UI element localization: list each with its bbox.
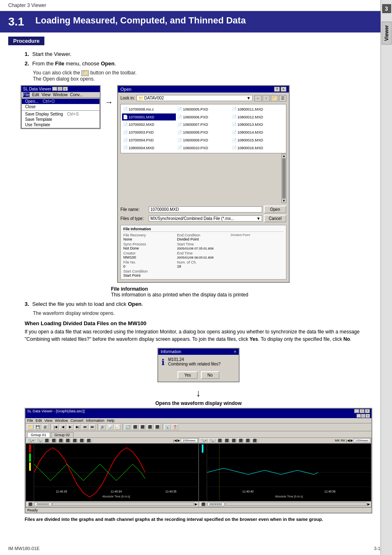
- wf-left-btn6[interactable]: ⬛: [78, 438, 85, 443]
- wf-menu-view[interactable]: View: [44, 419, 52, 423]
- tb-btn-9[interactable]: ⏭: [89, 424, 96, 430]
- new-folder-btn[interactable]: 📁: [271, 95, 278, 102]
- tb-btn-10[interactable]: 🔊: [99, 424, 106, 430]
- wf-left-btn1[interactable]: ⬛: [44, 438, 50, 443]
- menu-file[interactable]: File: [23, 92, 30, 97]
- tb-btn-12[interactable]: 📈: [114, 424, 121, 430]
- wf-right-btn3[interactable]: ⬛: [231, 438, 237, 443]
- filename-input[interactable]: 10700000.MXD: [149, 206, 262, 213]
- dialog-cancel-button[interactable]: Cancel: [264, 215, 286, 222]
- wf-right-btn5[interactable]: ⬛: [244, 438, 251, 443]
- info-no-button[interactable]: No: [201, 371, 219, 379]
- wf-inner-min[interactable]: _: [357, 414, 361, 418]
- dialog-close-btn[interactable]: ×: [281, 87, 286, 92]
- tb-btn-18[interactable]: 📡: [164, 424, 171, 430]
- view-btn[interactable]: ☰: [279, 95, 286, 102]
- wf-tab-group2[interactable]: Group 02: [51, 432, 74, 437]
- wf-menu-information[interactable]: Information: [86, 419, 104, 423]
- dialog-help-btn[interactable]: ?: [274, 87, 280, 92]
- wf-left-scroll[interactable]: [52, 502, 194, 506]
- file-item-11[interactable]: 📄10600008.PXD: [176, 129, 230, 136]
- tb-btn-4[interactable]: |◀: [52, 424, 59, 430]
- file-item-8[interactable]: 📄10600007.PXD: [176, 121, 230, 128]
- menu-view[interactable]: View: [42, 92, 51, 97]
- menu-edit[interactable]: Edit: [32, 92, 39, 97]
- wf-left-nav-1[interactable]: ⬛: [27, 502, 34, 506]
- menu-item-use-template[interactable]: Use Template: [22, 122, 99, 127]
- wf-left-btn5[interactable]: ⬛: [71, 438, 78, 443]
- wf-inner-max[interactable]: □: [361, 414, 365, 418]
- menu-conv[interactable]: Conv...: [70, 92, 83, 97]
- file-item-4-selected[interactable]: 📄10700001.MXD: [122, 113, 176, 121]
- wf-inner-close[interactable]: ×: [366, 414, 370, 418]
- dv-close-btn[interactable]: ×: [63, 87, 68, 91]
- wf-right-btn4[interactable]: ⬛: [238, 438, 244, 443]
- wf-min-btn[interactable]: _: [354, 409, 359, 413]
- wf-right-scroll[interactable]: [225, 502, 367, 506]
- wf-left-btn3[interactable]: ⬛: [58, 438, 64, 443]
- menu-item-close[interactable]: Close: [22, 104, 99, 109]
- info-yes-button[interactable]: Yes: [178, 371, 197, 379]
- file-item-14[interactable]: 📄10600009.PXD: [176, 136, 230, 144]
- file-item-10[interactable]: 📄10700003.PXD: [122, 129, 176, 136]
- menu-item-save-template[interactable]: Save Template: [22, 117, 99, 122]
- info-dialog-close-icon[interactable]: ×: [234, 349, 236, 354]
- wf-right-next[interactable]: ▶: [367, 502, 370, 506]
- tb-btn-17[interactable]: ⬛: [154, 424, 161, 430]
- wf-tab-group1[interactable]: Group 01: [27, 432, 50, 437]
- wf-right-btn6[interactable]: ⬛: [251, 438, 258, 443]
- tb-btn-19[interactable]: ❓: [172, 424, 178, 430]
- file-item-13[interactable]: 📄10700004.PXD: [122, 136, 176, 144]
- tb-btn-14[interactable]: ⬛: [132, 424, 138, 430]
- wf-menu-edit[interactable]: Edit: [36, 419, 42, 423]
- look-in-combo[interactable]: 📁 DATAV002 ▼: [136, 95, 253, 101]
- wf-left-btn2[interactable]: ⬛: [51, 438, 57, 443]
- wf-right-nav-1[interactable]: ⬛: [200, 502, 207, 506]
- wf-left-zoom-in[interactable]: 🔍+: [27, 438, 35, 443]
- tb-btn-2[interactable]: 💾: [35, 424, 41, 430]
- tb-btn-13[interactable]: 🔄: [125, 424, 131, 430]
- wf-right-btn1[interactable]: ⬛: [217, 438, 223, 443]
- dv-maximize-btn[interactable]: □: [58, 87, 62, 91]
- file-item-15[interactable]: 📄10800015.MXD: [231, 136, 285, 144]
- tb-btn-11[interactable]: 📊: [107, 424, 113, 430]
- tb-btn-7[interactable]: ▶|: [74, 424, 81, 430]
- file-item-18[interactable]: 📄10800016.MXD: [231, 144, 285, 152]
- wf-max-btn[interactable]: □: [360, 409, 364, 413]
- file-item-1[interactable]: 📄10700008.mx.c: [122, 106, 176, 113]
- tb-btn-8[interactable]: ⏮: [82, 424, 88, 430]
- wf-menu-help[interactable]: Help: [107, 419, 115, 423]
- file-item-6[interactable]: 📄10800012.MXD: [231, 113, 285, 121]
- menu-item-save-display[interactable]: Save Display SettingCtrl+S: [22, 111, 99, 117]
- wf-menu-convert[interactable]: Convert: [70, 419, 83, 423]
- wf-left-next[interactable]: ▶: [195, 502, 197, 506]
- file-item-3[interactable]: 📄10800011.MXD: [231, 106, 285, 113]
- menu-item-open[interactable]: Open...Ctrl+O: [22, 99, 99, 104]
- wf-right-zoom-in[interactable]: 🔍+: [200, 438, 208, 443]
- file-item-12[interactable]: 📄10800014.MXD: [231, 129, 285, 136]
- tb-btn-16[interactable]: ⬛: [147, 424, 153, 430]
- filetype-combo[interactable]: MX/Synchronized/Combined Data File (*.mx…: [149, 215, 262, 222]
- file-grid-scrollbar[interactable]: ▲ ▼: [281, 154, 286, 203]
- file-item-7[interactable]: 📄10700002.MXD: [122, 121, 176, 128]
- file-item-16[interactable]: 📄10800004.MXD: [122, 144, 176, 152]
- file-item-2[interactable]: 📄10600005.PXD: [176, 106, 230, 113]
- nav-up-btn[interactable]: ↑: [263, 95, 270, 102]
- tb-btn-1[interactable]: 📁: [27, 424, 34, 430]
- file-item-9[interactable]: 📄10800013.MXD: [231, 121, 285, 128]
- tb-btn-5[interactable]: ◀: [60, 424, 66, 430]
- wf-menu-file[interactable]: File: [27, 419, 33, 423]
- tb-btn-3[interactable]: 🖨: [42, 424, 48, 430]
- file-item-5[interactable]: 📄10600006.PXD: [176, 113, 230, 121]
- open-dialog[interactable]: Open ? × Look in: 📁 DATAV002 ▼: [117, 85, 290, 283]
- menu-window[interactable]: Window: [53, 92, 68, 97]
- wf-close-btn[interactable]: ×: [365, 409, 370, 413]
- wf-left-zoom-out[interactable]: 🔍-: [36, 438, 44, 443]
- dialog-open-button[interactable]: Open: [264, 206, 286, 213]
- wf-right-zoom-out[interactable]: 🔍-: [208, 438, 216, 443]
- wf-menu-window[interactable]: Window: [55, 419, 68, 423]
- tb-btn-15[interactable]: ⬛: [139, 424, 146, 430]
- nav-back-btn[interactable]: ←: [254, 95, 262, 102]
- wf-left-btn7[interactable]: ⬛: [85, 438, 92, 443]
- dv-minimize-btn[interactable]: _: [52, 87, 57, 91]
